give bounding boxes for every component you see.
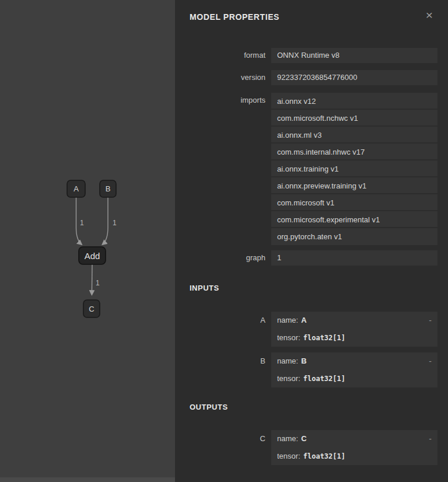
import-item[interactable]: com.microsoft.experimental v1 (271, 211, 438, 228)
version-value[interactable]: 9223372036854776000 (271, 70, 438, 85)
output-name-value: C (301, 430, 306, 448)
field-label: format (190, 48, 265, 63)
output-id-label: C (190, 430, 265, 448)
input-name-line: name: B - (271, 352, 438, 370)
panel-title: MODEL PROPERTIES (190, 12, 279, 22)
input-tensor-line: tensor: float32[1] (271, 329, 438, 347)
graph-canvas[interactable]: 1 1 1 A B Add C (0, 0, 175, 482)
model-properties-panel: MODEL PROPERTIES × format ONNX Runtime v… (175, 0, 448, 482)
graph-node-c[interactable]: C (83, 300, 100, 317)
input-item-a: A name: A - tensor: float32[1] (190, 312, 438, 347)
output-item-c: C name: C - tensor: float32[1] (190, 430, 438, 465)
output-tensor-value: float32[1] (303, 448, 345, 465)
property-row-format: format ONNX Runtime v8 (190, 48, 438, 63)
input-name-value: B (301, 352, 306, 370)
edge-label: 1 (113, 219, 117, 227)
collapse-icon[interactable]: - (429, 430, 432, 448)
import-item[interactable]: com.ms.internal.nhwc v17 (271, 144, 438, 160)
import-item[interactable]: ai.onnx.ml v3 (271, 127, 438, 144)
edge-add-c (92, 264, 92, 295)
graph-node-a[interactable]: A (67, 180, 85, 197)
property-row-version: version 9223372036854776000 (190, 70, 438, 85)
field-label: graph (190, 250, 265, 266)
input-tensor-value: float32[1] (303, 370, 345, 387)
edge-label: 1 (96, 279, 100, 287)
import-item[interactable]: org.pytorch.aten v1 (271, 228, 438, 245)
edge-label: 1 (80, 219, 84, 227)
import-item[interactable]: ai.onnx.preview.training v1 (271, 177, 438, 194)
input-id-label: B (190, 352, 265, 370)
panel-header: MODEL PROPERTIES × (175, 0, 448, 22)
input-tensor-value: float32[1] (303, 329, 345, 347)
name-key: name: (277, 430, 298, 448)
collapse-icon[interactable]: - (429, 352, 432, 370)
import-item[interactable]: com.microsoft v1 (271, 194, 438, 211)
tensor-key: tensor: (277, 370, 300, 387)
output-detail-box: name: C - tensor: float32[1] (271, 430, 438, 465)
collapse-icon[interactable]: - (429, 312, 432, 329)
graph-svg: 1 1 1 A B Add C (0, 0, 175, 482)
tensor-key: tensor: (277, 448, 300, 465)
import-item[interactable]: ai.onnx v12 (271, 93, 438, 110)
input-id-label: A (190, 312, 265, 329)
graph-node-b[interactable]: B (100, 180, 116, 197)
import-item[interactable]: com.microsoft.nchwc v1 (271, 110, 438, 127)
output-tensor-line: tensor: float32[1] (271, 448, 438, 465)
netron-app: 1 1 1 A B Add C MODEL PR (0, 0, 448, 482)
name-key: name: (277, 312, 298, 329)
input-name-line: name: A - (271, 312, 438, 329)
svg-text:B: B (106, 184, 111, 193)
graph-node-add[interactable]: Add (79, 247, 106, 264)
output-name-line: name: C - (271, 430, 438, 448)
format-value[interactable]: ONNX Runtime v8 (271, 48, 438, 63)
horizontal-scrollbar[interactable] (0, 477, 175, 482)
svg-text:C: C (89, 305, 94, 313)
close-icon[interactable]: × (422, 8, 436, 22)
inputs-section-title: INPUTS (190, 284, 438, 293)
properties-list: format ONNX Runtime v8 version 922337203… (175, 48, 448, 465)
import-item[interactable]: ai.onnx.training v1 (271, 160, 438, 177)
svg-text:Add: Add (85, 251, 100, 261)
name-key: name: (277, 352, 298, 370)
outputs-section-title: OUTPUTS (190, 403, 438, 412)
input-item-b: B name: B - tensor: float32[1] (190, 352, 438, 387)
input-tensor-line: tensor: float32[1] (271, 370, 438, 387)
input-detail-box: name: A - tensor: float32[1] (271, 312, 438, 347)
field-label: version (190, 70, 265, 85)
graph-value[interactable]: 1 (271, 250, 438, 266)
input-name-value: A (301, 312, 306, 329)
field-label: imports (190, 93, 265, 108)
svg-text:A: A (74, 184, 79, 193)
property-row-graph: graph 1 (190, 250, 438, 266)
imports-list: ai.onnx v12 com.microsoft.nchwc v1 ai.on… (271, 93, 438, 245)
tensor-key: tensor: (277, 329, 300, 347)
property-row-imports: imports ai.onnx v12 com.microsoft.nchwc … (190, 93, 438, 245)
input-detail-box: name: B - tensor: float32[1] (271, 352, 438, 387)
edge-b-add (103, 197, 108, 245)
